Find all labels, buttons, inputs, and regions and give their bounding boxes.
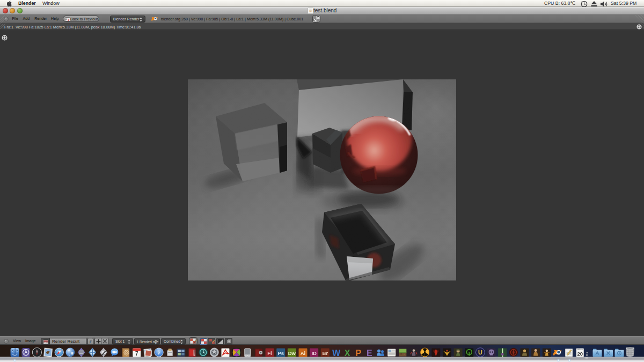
svg-text:20: 20	[577, 351, 583, 357]
svg-text:Ps: Ps	[277, 350, 284, 356]
svg-text:X: X	[345, 349, 350, 358]
svg-text:E: E	[367, 349, 372, 358]
svg-text:W: W	[332, 349, 341, 358]
svg-text:Fl: Fl	[267, 350, 272, 356]
svg-text:ID: ID	[311, 350, 317, 356]
svg-text:Dw: Dw	[288, 350, 296, 356]
svg-text:P: P	[355, 349, 361, 358]
svg-text:Ai: Ai	[301, 350, 306, 356]
svg-text:Br: Br	[323, 350, 328, 356]
svg-text:♪: ♪	[157, 349, 160, 356]
svg-text:7: 7	[135, 351, 138, 357]
svg-text:U: U	[478, 349, 482, 356]
